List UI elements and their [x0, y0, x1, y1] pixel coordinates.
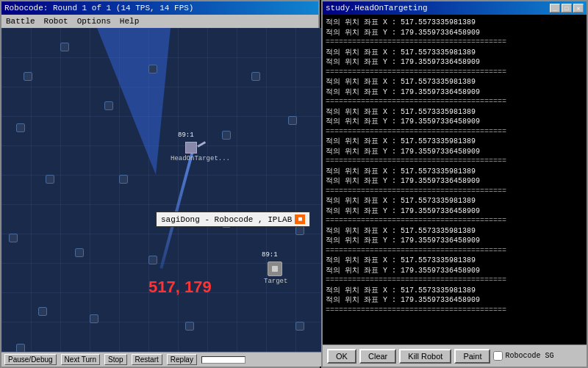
main-robot-name: HeadOnTarget...: [171, 155, 230, 162]
console-line-5: ========================================…: [326, 68, 584, 78]
restart-button[interactable]: Restart: [132, 354, 162, 365]
console-line-9: 적의 위치 좌표 X : 517.5573335981389: [326, 107, 584, 118]
console-line-12: 적의 위치 좌표 X : 517.5573335981389: [326, 137, 584, 147]
tank-15: [38, 307, 47, 316]
clear-button[interactable]: Clear: [359, 349, 396, 364]
game-arena: 89:1 HeadOnTarget... sagiDong - Robocode…: [1, 28, 321, 357]
tank-10: [9, 234, 18, 242]
console-line-17: ========================================…: [326, 187, 584, 197]
robocode-window: Robocode: Round 1 of 1 (14 TPS, 14 FPS) …: [0, 0, 320, 368]
console-line-11: ========================================…: [326, 127, 584, 137]
replay-button[interactable]: Replay: [167, 354, 197, 365]
main-robot-label: 89:1: [178, 131, 194, 139]
pause-debug-button[interactable]: Pause/Debug: [4, 354, 57, 365]
console-line-20: ========================================…: [326, 216, 584, 226]
console-line-23: ========================================…: [326, 246, 584, 256]
coords-display: 517, 179: [148, 278, 212, 297]
robocode-sg-checkbox[interactable]: [493, 351, 503, 361]
robocode-title: Robocode: Round 1 of 1 (14 TPS, 14 FPS): [4, 4, 193, 12]
sagidong-label: sagiDong - Robocode , IPLAB ■: [156, 212, 310, 227]
main-robot: 89:1 HeadOnTarget...: [185, 142, 200, 156]
next-turn-button[interactable]: Next Turn: [61, 354, 100, 365]
console-line-28: 적의 위치 좌표 Y : 179.35597336458909: [326, 295, 584, 306]
progress-bar: [201, 356, 245, 364]
stop-button[interactable]: Stop: [104, 354, 127, 365]
tank-12: [148, 256, 157, 264]
console-line-14: ========================================…: [326, 156, 584, 167]
console-titlebar: study.HeadOnTargeting _ □ ✕: [323, 1, 587, 15]
console-line-21: 적의 위치 좌표 X : 517.5573335981389: [326, 226, 584, 237]
console-line-24: 적의 위치 좌표 X : 517.5573335981389: [326, 256, 584, 266]
tank-2: [60, 43, 69, 51]
menu-battle[interactable]: Battle: [4, 17, 37, 26]
tank-5: [16, 123, 25, 132]
console-line-8: ========================================…: [326, 97, 584, 107]
console-line-7: 적의 위치 좌표 Y : 179.35597336458909: [326, 87, 584, 98]
console-line-27: 적의 위치 좌표 X : 517.5573335981389: [326, 286, 584, 296]
target-robot-name: Target: [264, 278, 287, 285]
tank-18: [295, 322, 304, 331]
main-robot-body: [185, 142, 197, 154]
robocode-sg-label: Robocode SG: [505, 352, 553, 360]
kill-robot-button[interactable]: Kill Robot: [399, 349, 451, 364]
console-line-25: 적의 위치 좌표 Y : 179.35597336458909: [326, 266, 584, 276]
console-line-2: ========================================…: [326, 37, 584, 48]
robocode-menubar: Battle Robot Options Help: [1, 15, 318, 28]
ok-button[interactable]: OK: [327, 349, 356, 364]
console-line-18: 적의 위치 좌표 X : 517.5573335981389: [326, 196, 584, 206]
window-controls: _ □ ✕: [550, 4, 584, 12]
console-window: study.HeadOnTargeting _ □ ✕ 적의 위치 좌표 X :…: [321, 0, 588, 368]
robocode-sg-wrap: Robocode SG: [493, 351, 553, 361]
console-line-26: ========================================…: [326, 275, 584, 286]
console-line-15: 적의 위치 좌표 X : 517.5573335981389: [326, 167, 584, 177]
target-robot-inner: [272, 266, 278, 272]
tank-14: [295, 226, 304, 235]
tank-20: [222, 131, 231, 140]
tank-17: [185, 322, 194, 331]
tank-8: [251, 72, 260, 81]
console-footer: OK Clear Kill Robot Paint Robocode SG: [323, 344, 587, 367]
menu-options[interactable]: Options: [76, 17, 112, 26]
console-line-16: 적의 위치 좌표 Y : 179.35597336458909: [326, 176, 584, 187]
console-line-1: 적의 위치 좌표 Y : 179.35597336458909: [326, 28, 584, 38]
console-content: 적의 위치 좌표 X : 517.5573335981389적의 위치 좌표 Y…: [323, 15, 587, 338]
console-title: study.HeadOnTargeting: [326, 4, 428, 12]
paint-button[interactable]: Paint: [454, 349, 490, 364]
tank-9: [288, 116, 297, 125]
sagidong-text: sagiDong - Robocode , IPLAB: [161, 215, 292, 224]
robocode-titlebar: Robocode: Round 1 of 1 (14 TPS, 14 FPS): [1, 1, 318, 15]
target-robot-label: 89:1: [262, 251, 278, 259]
close-button[interactable]: ✕: [573, 4, 584, 12]
console-line-13: 적의 위치 좌표 Y : 179.35597336458909: [326, 147, 584, 157]
tank-16: [90, 314, 98, 323]
tank-4: [148, 65, 157, 73]
console-line-22: 적의 위치 좌표 Y : 179.35597336458909: [326, 236, 584, 246]
minimize-button[interactable]: _: [550, 4, 560, 12]
tank-7: [119, 175, 128, 184]
tank-6: [46, 175, 54, 184]
target-robot-body: [268, 261, 282, 276]
tank-11: [75, 248, 84, 257]
status-bar: Pause/Debug Next Turn Stop Restart Repla…: [1, 352, 321, 367]
console-line-10: 적의 위치 좌표 Y : 179.35597336458909: [326, 117, 584, 127]
menu-robot[interactable]: Robot: [43, 17, 70, 26]
maximize-button[interactable]: □: [562, 4, 572, 12]
console-line-29: ========================================…: [326, 306, 584, 316]
console-line-19: 적의 위치 좌표 Y : 179.35597336458909: [326, 206, 584, 217]
tank-3: [104, 101, 113, 110]
console-line-4: 적의 위치 좌표 Y : 179.35597336458909: [326, 57, 584, 68]
sagidong-badge: ■: [295, 214, 305, 224]
console-line-3: 적의 위치 좌표 X : 517.5573335981389: [326, 48, 584, 58]
console-line-0: 적의 위치 좌표 X : 517.5573335981389: [326, 18, 584, 28]
tank-1: [24, 72, 32, 81]
console-line-6: 적의 위치 좌표 X : 517.5573335981389: [326, 77, 584, 87]
target-robot: 89:1 Target: [268, 261, 285, 279]
menu-help[interactable]: Help: [118, 17, 140, 26]
